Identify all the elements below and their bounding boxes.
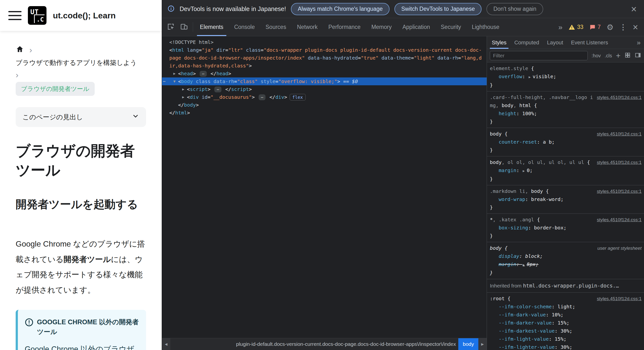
site-logo[interactable]: UT .C	[28, 6, 46, 25]
body-node[interactable]: ⋯▼<body class data-rh="class" style="ove…	[162, 77, 487, 85]
css-colon: :	[555, 344, 560, 350]
docusaurus-div-node[interactable]: ▶<div id="__docusaurus"> ⋯ </div>flex	[162, 93, 487, 101]
css-declaration[interactable]: margin: ▶8px;	[490, 260, 642, 269]
body-paragraph: Google Chrome などのブラウザに搭載されている開発者ツールには、ウェ…	[16, 236, 146, 297]
tab-computed[interactable]: Computed	[510, 36, 543, 49]
script-node[interactable]: ▶<script> ⋯ </script>	[162, 85, 487, 93]
switch-to-japanese-button[interactable]: Switch DevTools to Japanese	[394, 3, 482, 15]
notification-close-icon[interactable]: ×	[629, 4, 638, 14]
css-declaration[interactable]: box-sizing: border-box;	[490, 224, 642, 232]
css-declaration[interactable]: --ifm-darkest-value: 30%;	[490, 327, 642, 335]
css-declaration[interactable]: margin: ▶0;	[490, 166, 642, 175]
grid-icon[interactable]	[624, 52, 631, 59]
html-close-node[interactable]: </html>	[162, 109, 487, 117]
issues-indicator[interactable]: 7	[589, 24, 601, 30]
home-icon[interactable]	[16, 45, 24, 54]
expand-arrow-icon[interactable]: ▶	[528, 75, 530, 79]
tab-elements[interactable]: Elements	[194, 18, 229, 36]
css-source-link[interactable]: styles.4510f12d.css:1	[597, 295, 642, 303]
tab-lighthouse[interactable]: Lighthouse	[466, 18, 505, 36]
tab-sources[interactable]: Sources	[260, 18, 292, 36]
tab-console[interactable]: Console	[229, 18, 260, 36]
css-declaration[interactable]: counter-reset: a b;	[490, 138, 642, 146]
dom-token: "class"	[237, 78, 258, 84]
dom-token: </	[169, 110, 175, 116]
styles-filter-input[interactable]	[490, 51, 588, 60]
expand-arrow-icon[interactable]: ▶	[171, 70, 178, 77]
row-hover-menu-icon[interactable]: ⋯	[163, 77, 166, 85]
settings-gear-icon[interactable]: ⚙	[606, 23, 614, 31]
css-value: visible;	[533, 74, 556, 79]
crumb-scroll-left-button[interactable]: ◀	[162, 338, 170, 350]
tab-layout[interactable]: Layout	[543, 36, 567, 49]
css-selector[interactable]: body {	[490, 244, 594, 252]
warnings-indicator[interactable]: 33	[568, 24, 584, 31]
devtools-close-icon[interactable]: ×	[633, 23, 638, 32]
always-match-language-button[interactable]: Always match Chrome's language	[291, 3, 390, 15]
css-source-link[interactable]: styles.4510f12d.css:1	[597, 130, 642, 138]
css-declaration[interactable]: display: block;	[490, 252, 642, 260]
tab-styles[interactable]: Styles	[488, 36, 510, 49]
inspect-element-icon[interactable]	[167, 23, 175, 32]
css-selector[interactable]: element.style {	[490, 64, 642, 73]
dont-show-again-button[interactable]: Don't show again	[486, 3, 543, 15]
expand-arrow-icon[interactable]: ▶	[523, 263, 524, 267]
tab-performance[interactable]: Performance	[323, 18, 366, 36]
hamburger-menu-button[interactable]	[8, 11, 22, 20]
doctype-node[interactable]: <!DOCTYPE html>	[162, 38, 487, 46]
css-source-link[interactable]: styles.4510f12d.css:1	[597, 187, 642, 195]
css-declaration[interactable]: height: 100%;	[490, 110, 642, 118]
css-declaration[interactable]: --ifm-light-value: 15%;	[490, 335, 642, 343]
crumb-selected-body[interactable]: body	[458, 338, 478, 350]
collapsed-content-button[interactable]: ⋯	[259, 94, 266, 100]
css-declaration[interactable]: --ifm-lighter-value: 30%;	[490, 343, 642, 350]
close-brace: }	[490, 118, 642, 126]
css-declaration[interactable]: overflow: ▶visible;	[490, 73, 642, 81]
expand-arrow-icon[interactable]: ▶	[180, 85, 187, 93]
collapse-arrow-icon[interactable]: ▼	[171, 77, 178, 85]
css-selector[interactable]: .markdown li, body {	[490, 187, 593, 195]
head-node[interactable]: ▶<head> ⋯ </head>	[162, 70, 487, 77]
collapsed-content-button[interactable]: ⋯	[214, 87, 221, 92]
toc-collapsible[interactable]: このページの見出し	[16, 107, 146, 127]
css-source-link[interactable]: styles.4510f12d.css:1	[597, 216, 642, 224]
css-selector[interactable]: .card--full-height, .navbar__logo img, b…	[490, 93, 593, 110]
css-declaration[interactable]: --ifm-color-scheme: light;	[490, 303, 642, 311]
css-value: break-word;	[531, 196, 563, 202]
expand-arrow-icon[interactable]: ▶	[180, 93, 187, 101]
new-style-rule-icon[interactable]: +	[616, 52, 620, 60]
more-tabs-icon[interactable]: »	[558, 23, 562, 31]
body-close-node[interactable]: </body>	[162, 101, 487, 109]
tab-event-listeners[interactable]: Event Listeners	[567, 36, 612, 49]
kebab-menu-icon[interactable]: ⋮	[620, 24, 627, 31]
css-source-link[interactable]: styles.4510f12d.css:1	[597, 158, 642, 166]
flex-badge[interactable]: flex	[290, 94, 306, 100]
css-declaration[interactable]: word-wrap: break-word;	[490, 195, 642, 204]
tab-memory[interactable]: Memory	[366, 18, 397, 36]
css-selector[interactable]: body {	[490, 130, 593, 138]
tab-application[interactable]: Application	[397, 18, 436, 36]
css-declaration[interactable]: --ifm-dark-value: 10%;	[490, 311, 642, 319]
css-selector[interactable]: body, ol ol, ol ul, ul ol, ul ul {	[490, 158, 593, 166]
css-declaration[interactable]: --ifm-darker-value: 15%;	[490, 319, 642, 327]
device-toolbar-icon[interactable]	[180, 23, 188, 32]
more-sidebar-tabs-icon[interactable]: »	[633, 39, 644, 47]
breadcrumb-parent-link[interactable]: ブラウザで動作するアプリを構築しよう	[16, 58, 146, 67]
collapsed-content-button[interactable]: ⋯	[200, 71, 206, 77]
expand-arrow-icon[interactable]: ▶	[523, 169, 524, 173]
inherited-from-link[interactable]: html.docs-wrapper.plugin-docs.…	[523, 283, 619, 289]
element-classes-button[interactable]: .cls	[604, 53, 612, 59]
crumb-scroll-right-button[interactable]: ▶	[478, 338, 487, 350]
dom-token: head	[181, 71, 193, 76]
css-selector[interactable]: *, .katex .angl {	[490, 216, 593, 224]
crumb-html-classes[interactable]: plugin-id-default.docs-version-current.d…	[234, 341, 458, 347]
tab-security[interactable]: Security	[435, 18, 466, 36]
css-selector[interactable]: :root {	[490, 295, 593, 303]
tab-network[interactable]: Network	[292, 18, 323, 36]
css-source-link[interactable]: styles.4510f12d.css:1	[597, 93, 642, 101]
panel-layout-icon[interactable]	[635, 52, 641, 59]
site-title[interactable]: ut.code(); Learn	[53, 11, 116, 20]
html-node[interactable]: <html lang="ja" dir="ltr" class="docs-wr…	[162, 46, 487, 70]
css-colon: :	[525, 196, 531, 202]
toggle-pseudo-state-button[interactable]: :hov	[592, 53, 601, 59]
